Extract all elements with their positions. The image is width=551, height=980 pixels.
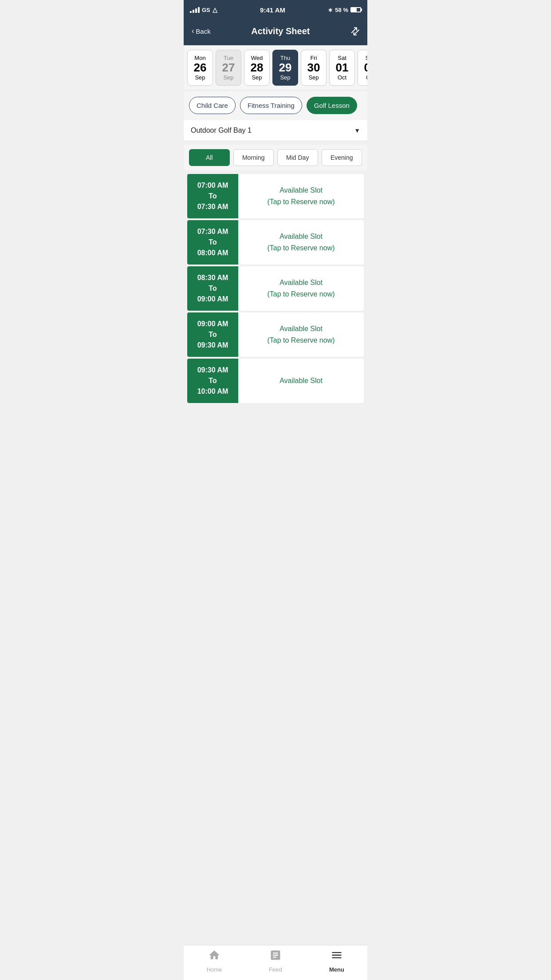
- time-block: 09:30 AM To 10:00 AM: [187, 359, 238, 403]
- calendar-day-mon-26[interactable]: Mon 26 Sep: [187, 50, 213, 86]
- swap-icon[interactable]: ⇄: [347, 24, 362, 39]
- time-separator: To: [209, 329, 216, 340]
- location-dropdown[interactable]: Outdoor Golf Bay 1 ▼: [184, 120, 367, 141]
- day-month: Sep: [252, 74, 262, 81]
- slot-info: Available Slot: [238, 359, 364, 403]
- schedule-row-slot-5[interactable]: 09:30 AM To 10:00 AM Available Slot: [187, 359, 364, 403]
- slot-label: Available Slot: [279, 375, 323, 387]
- day-name: Mon: [194, 55, 205, 61]
- day-number: 01: [336, 61, 349, 74]
- day-name: Sun: [365, 55, 367, 61]
- day-number: 02: [364, 61, 367, 74]
- time-to: 10:00 AM: [197, 386, 228, 397]
- back-chevron-icon: ‹: [192, 27, 194, 35]
- back-button[interactable]: ‹ Back: [192, 27, 211, 35]
- slot-info: Available Slot (Tap to Reserve now): [238, 266, 364, 311]
- schedule-row-slot-3[interactable]: 08:30 AM To 09:00 AM Available Slot (Tap…: [187, 266, 364, 311]
- slot-label: Available Slot: [279, 277, 323, 288]
- time-from: 08:30 AM: [197, 273, 228, 283]
- status-bar: GS △ 9:41 AM ∗ 58 %: [184, 0, 367, 20]
- wifi-icon: △: [213, 6, 217, 13]
- day-month: Sep: [195, 74, 205, 81]
- carrier-label: GS: [202, 7, 210, 13]
- slot-sublabel: (Tap to Reserve now): [267, 196, 335, 208]
- filter-btn-all[interactable]: All: [189, 149, 230, 166]
- activity-tab-fitness-training[interactable]: Fitness Training: [240, 97, 302, 114]
- time-to: 07:30 AM: [197, 202, 228, 212]
- battery-icon: [350, 7, 361, 12]
- calendar-day-sat-01[interactable]: Sat 01 Oct: [329, 50, 355, 86]
- slot-label: Available Slot: [279, 231, 323, 242]
- day-number: 26: [194, 61, 207, 74]
- schedule-list: 07:00 AM To 07:30 AM Available Slot (Tap…: [184, 170, 367, 407]
- day-name: Fri: [310, 55, 317, 61]
- filter-btn-midday[interactable]: Mid Day: [277, 149, 318, 166]
- slot-sublabel: (Tap to Reserve now): [267, 242, 335, 254]
- calendar-day-tue-27[interactable]: Tue 27 Sep: [216, 50, 241, 86]
- day-number: 29: [279, 61, 292, 74]
- status-left: GS △: [190, 6, 217, 13]
- time-to: 09:00 AM: [197, 294, 228, 304]
- calendar-day-fri-30[interactable]: Fri 30 Sep: [301, 50, 327, 86]
- day-month: Oct: [338, 74, 346, 81]
- filter-btn-morning[interactable]: Morning: [233, 149, 274, 166]
- clock: 9:41 AM: [260, 6, 285, 14]
- chevron-down-icon: ▼: [354, 127, 360, 134]
- time-filter: AllMorningMid DayEvening: [184, 145, 367, 170]
- slot-sublabel: (Tap to Reserve now): [267, 288, 335, 300]
- day-number: 30: [307, 61, 320, 74]
- day-month: Sep: [308, 74, 319, 81]
- schedule-row-slot-2[interactable]: 07:30 AM To 08:00 AM Available Slot (Tap…: [187, 220, 364, 265]
- day-name: Thu: [280, 55, 290, 61]
- day-month: Oct: [366, 74, 367, 81]
- bluetooth-icon: ∗: [328, 7, 333, 13]
- time-block: 07:00 AM To 07:30 AM: [187, 174, 238, 218]
- calendar-day-wed-28[interactable]: Wed 28 Sep: [244, 50, 270, 86]
- header: ‹ Back Activity Sheet ⇄: [184, 20, 367, 45]
- schedule-row-slot-1[interactable]: 07:00 AM To 07:30 AM Available Slot (Tap…: [187, 174, 364, 218]
- calendar-day-thu-29[interactable]: Thu 29 Sep: [272, 50, 298, 86]
- schedule-row-slot-4[interactable]: 09:00 AM To 09:30 AM Available Slot (Tap…: [187, 312, 364, 357]
- calendar-day-sun-02[interactable]: Sun 02 Oct: [358, 50, 367, 86]
- slot-sublabel: (Tap to Reserve now): [267, 335, 335, 346]
- activity-tab-golf-lesson[interactable]: Golf Lesson: [307, 97, 357, 114]
- dropdown-label: Outdoor Golf Bay 1: [191, 126, 252, 134]
- slot-label: Available Slot: [279, 323, 323, 335]
- day-number: 28: [251, 61, 264, 74]
- status-right: ∗ 58 %: [328, 7, 361, 13]
- day-name: Tue: [224, 55, 233, 61]
- day-month: Sep: [280, 74, 290, 81]
- time-separator: To: [209, 375, 216, 386]
- day-name: Wed: [251, 55, 263, 61]
- day-number: 27: [222, 61, 235, 74]
- activity-tabs: Child CareFitness TrainingGolf Lesson: [184, 91, 367, 120]
- slot-info: Available Slot (Tap to Reserve now): [238, 174, 364, 218]
- slot-label: Available Slot: [279, 185, 323, 196]
- time-block: 09:00 AM To 09:30 AM: [187, 312, 238, 357]
- slot-info: Available Slot (Tap to Reserve now): [238, 220, 364, 265]
- time-from: 07:30 AM: [197, 226, 228, 237]
- page-title: Activity Sheet: [251, 26, 310, 36]
- time-block: 07:30 AM To 08:00 AM: [187, 220, 238, 265]
- time-block: 08:30 AM To 09:00 AM: [187, 266, 238, 311]
- signal-icon: [190, 7, 200, 13]
- filter-btn-evening[interactable]: Evening: [322, 149, 362, 166]
- time-to: 09:30 AM: [197, 340, 228, 351]
- time-from: 09:00 AM: [197, 319, 228, 329]
- time-from: 09:30 AM: [197, 365, 228, 375]
- time-separator: To: [209, 237, 216, 248]
- day-month: Sep: [223, 74, 233, 81]
- calendar-strip: Mon 26 Sep Tue 27 Sep Wed 28 Sep Thu 29 …: [184, 45, 367, 91]
- activity-tab-child-care[interactable]: Child Care: [189, 97, 236, 114]
- day-name: Sat: [338, 55, 346, 61]
- slot-info: Available Slot (Tap to Reserve now): [238, 312, 364, 357]
- back-label: Back: [196, 28, 210, 35]
- time-separator: To: [209, 283, 216, 294]
- battery-label: 58 %: [335, 7, 348, 13]
- time-separator: To: [209, 191, 216, 202]
- time-from: 07:00 AM: [197, 180, 228, 191]
- time-to: 08:00 AM: [197, 248, 228, 258]
